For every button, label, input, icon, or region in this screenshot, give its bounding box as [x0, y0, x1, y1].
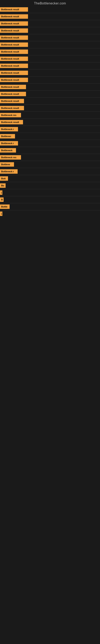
bar-row: Bottleneck result	[0, 48, 100, 55]
bar-row: |	[0, 210, 100, 217]
bar-label: |	[0, 212, 2, 216]
bar-label: Bottleneck result	[0, 7, 28, 12]
bar-row: Bottleneck result	[0, 27, 100, 34]
bar-label: Bottleneck res	[0, 155, 21, 160]
bar-label: Bottleneck result	[0, 99, 24, 103]
bar-label: Bottleneck result	[0, 64, 28, 68]
bar-row: Bo	[0, 182, 100, 189]
bar-label: Bottleneck res	[0, 113, 21, 117]
bar-row: Bottleneck result	[0, 13, 100, 20]
bar-label: Bottleneck result	[0, 92, 26, 96]
bar-row: Bottleneck result	[0, 6, 100, 13]
bar-label: Bottleneck	[0, 148, 16, 152]
bar-label: B	[0, 198, 3, 202]
bar-label: Bottleneck result	[0, 120, 23, 124]
bar-row: Bottleneck r	[0, 168, 100, 175]
bar-row: Bottleneck r	[0, 126, 100, 132]
bar-label: Bottleneck result	[0, 78, 28, 82]
bar-row: Bottleneck res	[0, 112, 100, 118]
bar-row: Bottlenec	[0, 133, 100, 140]
bar-label: Bottlenec	[0, 134, 15, 138]
bar-row: B	[0, 196, 100, 203]
bar-label: Bo	[0, 183, 6, 188]
bar-row: Bottleneck result	[0, 98, 100, 104]
bar-label: Bottleneck result	[0, 50, 28, 54]
bar-label: Bottleneck result	[0, 85, 26, 89]
bar-label: Bottleneck r	[0, 127, 18, 132]
bar-row: Bott	[0, 175, 100, 182]
bar-label: Bottleneck result	[0, 14, 28, 19]
bar-label: |	[0, 190, 2, 195]
bar-row: Bottleneck res	[0, 154, 100, 161]
bar-label: Bottleneck result	[0, 106, 24, 110]
bar-row: |	[0, 189, 100, 196]
bar-row: Bottleneck result	[0, 34, 100, 41]
bar-row: Bottleneck result	[0, 55, 100, 62]
bar-label: Bottleneck result	[0, 56, 28, 61]
bar-label: Bott	[0, 176, 8, 181]
bar-label: Bottleneck result	[0, 42, 28, 47]
bar-row: Bottleneck result	[0, 62, 100, 69]
bar-row: Bottleneck result	[0, 41, 100, 48]
bars-container: Bottleneck resultBottleneck resultBottle…	[0, 6, 100, 217]
bar-row: Bottleneck result	[0, 119, 100, 126]
bar-row: Bottleneck result	[0, 20, 100, 27]
bar-row: Bottle	[0, 203, 100, 210]
bar-label: Bottlene	[0, 162, 14, 167]
bar-row: Bottleneck result	[0, 70, 100, 76]
bar-label: Bottleneck result	[0, 28, 28, 33]
bar-row: Bottleneck result	[0, 90, 100, 98]
bar-row: Bottleneck result	[0, 84, 100, 90]
bar-label: Bottleneck r	[0, 141, 18, 146]
site-title: TheBottlenecker.com	[0, 0, 100, 6]
bar-row: Bottleneck result	[0, 76, 100, 83]
bar-label: Bottleneck result	[0, 21, 28, 26]
bar-row: Bottleneck result	[0, 105, 100, 112]
bar-row: Bottleneck r	[0, 140, 100, 147]
bar-row: Bottlene	[0, 161, 100, 168]
bar-label: Bottle	[0, 204, 10, 209]
bar-label: Bottleneck r	[0, 169, 18, 174]
bar-label: Bottleneck result	[0, 71, 28, 75]
bar-label: Bottleneck result	[0, 36, 28, 40]
bar-row: Bottleneck	[0, 147, 100, 154]
